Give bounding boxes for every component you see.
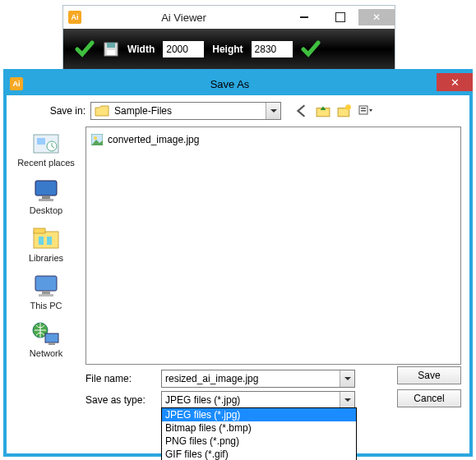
save-as-dialog: Ai Save As ✕ Save in: Sample-Files Recen… [3, 69, 473, 457]
maximize-button[interactable] [322, 9, 358, 25]
savein-combo[interactable]: Sample-Files [90, 102, 281, 120]
sidebar-libraries[interactable]: Libraries [29, 225, 63, 263]
libraries-icon [30, 225, 62, 251]
svg-rect-13 [42, 196, 50, 199]
ai-viewer-toolbar: Width Height [63, 29, 395, 70]
sidebar-desktop[interactable]: Desktop [30, 177, 62, 215]
saveastype-label: Save as type: [85, 394, 155, 406]
svg-rect-16 [34, 228, 45, 233]
list-item[interactable]: converted_image.jpg [91, 132, 455, 147]
file-name: converted_image.jpg [108, 134, 199, 145]
svg-rect-23 [45, 334, 58, 343]
svg-rect-19 [35, 276, 57, 291]
savein-dropdown-arrow[interactable] [266, 103, 280, 119]
image-file-icon [91, 134, 103, 145]
savein-value: Sample-Files [113, 105, 266, 117]
svg-rect-17 [39, 237, 44, 245]
cancel-button[interactable]: Cancel [397, 389, 461, 407]
places-sidebar: Recent places Desktop Libraries This PC … [7, 126, 85, 365]
svg-rect-20 [42, 291, 50, 294]
svg-point-5 [345, 104, 351, 110]
sidebar-this-pc[interactable]: This PC [30, 273, 62, 310]
dialog-title: Save As [23, 78, 437, 90]
filename-dropdown-arrow[interactable] [340, 370, 354, 387]
this-pc-icon [30, 273, 62, 299]
svg-rect-24 [49, 343, 55, 345]
ai-viewer-title: Ai Viewer [81, 12, 286, 24]
dialog-close-button[interactable]: ✕ [437, 73, 473, 91]
svg-rect-18 [47, 237, 52, 245]
filename-input[interactable] [162, 373, 340, 384]
new-folder-icon[interactable] [337, 104, 352, 118]
sidebar-recent-places[interactable]: Recent places [17, 130, 75, 168]
svg-rect-1 [107, 43, 115, 48]
svg-rect-2 [107, 50, 115, 55]
view-menu-icon[interactable] [358, 104, 373, 118]
dialog-app-icon: Ai [10, 77, 23, 90]
savein-label: Save in: [39, 105, 85, 117]
apply-check-icon[interactable] [301, 39, 321, 59]
up-folder-icon[interactable] [316, 104, 330, 118]
saveastype-dropdown-list[interactable]: JPEG files (*.jpg) Bitmap files (*.bmp) … [161, 407, 357, 460]
svg-rect-12 [35, 181, 57, 196]
saveastype-combo[interactable]: JPEG files (*.jpg) [161, 391, 355, 409]
file-list[interactable]: converted_image.jpg [85, 126, 461, 365]
save-button[interactable]: Save [397, 366, 461, 384]
height-label: Height [212, 44, 243, 55]
type-option-gif[interactable]: GIF files (*.gif) [162, 448, 356, 460]
saveastype-dropdown-arrow[interactable] [340, 392, 354, 408]
save-disk-icon[interactable] [103, 41, 119, 58]
back-icon[interactable] [294, 104, 309, 118]
minimize-button[interactable] [286, 9, 322, 25]
ai-viewer-window: Ai Ai Viewer Width Height [62, 5, 395, 71]
network-icon [30, 320, 62, 347]
close-button[interactable] [358, 9, 395, 25]
svg-rect-21 [39, 294, 53, 297]
width-input[interactable] [163, 41, 204, 58]
filename-combo[interactable] [161, 370, 355, 388]
type-option-jpeg[interactable]: JPEG files (*.jpg) [162, 408, 356, 421]
ai-app-icon: Ai [68, 11, 81, 24]
svg-rect-10 [37, 138, 45, 145]
svg-rect-15 [34, 232, 58, 248]
svg-rect-14 [39, 199, 53, 201]
ai-viewer-titlebar: Ai Ai Viewer [63, 6, 395, 29]
svg-rect-7 [361, 108, 366, 109]
desktop-icon [30, 177, 62, 204]
folder-icon [95, 105, 109, 117]
height-input[interactable] [252, 41, 293, 58]
check-icon[interactable] [75, 39, 95, 59]
type-option-bmp[interactable]: Bitmap files (*.bmp) [162, 421, 356, 435]
recent-places-icon [30, 130, 62, 156]
saveastype-value: JPEG files (*.jpg) [162, 394, 340, 406]
type-option-png[interactable]: PNG files (*.png) [162, 435, 356, 448]
sidebar-network[interactable]: Network [30, 320, 62, 358]
dialog-titlebar: Ai Save As ✕ [7, 72, 469, 95]
svg-rect-8 [361, 110, 366, 112]
width-label: Width [127, 44, 155, 55]
svg-point-26 [94, 136, 97, 140]
filename-label: File name: [85, 373, 155, 384]
